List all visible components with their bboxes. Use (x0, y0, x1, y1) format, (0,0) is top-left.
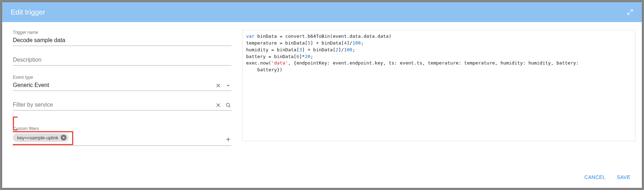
code-editor[interactable]: var binData = convert.b64ToBin(event.dat… (242, 30, 635, 141)
clear-icon[interactable] (215, 102, 221, 108)
modal-header: Edit trigger (2, 2, 642, 22)
custom-filters-row: Custom filters key==sample-uplink (13, 120, 231, 146)
code-column: var binData = convert.b64ToBin(event.dat… (242, 30, 635, 166)
event-type-actions (215, 82, 231, 89)
save-button[interactable]: SAVE (615, 172, 632, 182)
modal-body: Trigger name Event type (2, 22, 642, 169)
add-filter-icon[interactable] (225, 136, 231, 143)
trigger-name-field: Trigger name (13, 30, 231, 46)
filter-by-service-field (13, 100, 231, 111)
description-input[interactable] (13, 55, 231, 66)
clear-icon[interactable] (215, 82, 221, 89)
filter-chip[interactable]: key==sample-uplink (13, 133, 69, 142)
filter-chip-text: key==sample-uplink (17, 135, 59, 140)
custom-filters-label: Custom filters (13, 126, 231, 131)
trigger-name-input[interactable] (13, 36, 231, 46)
filter-by-service-input[interactable] (13, 100, 231, 111)
svg-point-0 (226, 103, 229, 106)
event-type-select[interactable] (13, 81, 231, 91)
event-type-label: Event type (13, 75, 231, 80)
custom-filters-section: Custom filters key==sample-uplink (13, 120, 231, 146)
expand-icon[interactable] (627, 9, 633, 15)
form-column: Trigger name Event type (13, 30, 231, 166)
cancel-button[interactable]: CANCEL (583, 172, 607, 182)
custom-filters-highlight: Custom filters key==sample-uplink (13, 117, 231, 145)
filter-by-service-actions (215, 102, 231, 108)
chevron-down-icon[interactable] (225, 82, 231, 89)
modal-footer: CANCEL SAVE (2, 169, 642, 188)
chip-remove-icon[interactable] (61, 135, 66, 140)
edit-trigger-modal: Edit trigger Trigger name Event type (2, 2, 642, 188)
trigger-name-label: Trigger name (13, 30, 231, 35)
description-field (13, 55, 231, 66)
event-type-field: Event type (13, 75, 231, 91)
search-icon[interactable] (225, 102, 231, 108)
modal-title: Edit trigger (11, 8, 45, 16)
